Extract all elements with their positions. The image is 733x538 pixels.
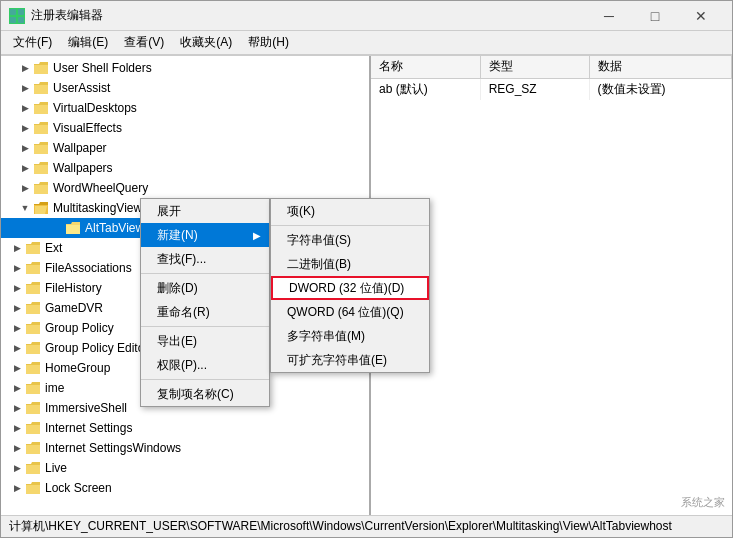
folder-icon: [25, 340, 41, 356]
folder-icon: [25, 260, 41, 276]
folder-icon: [33, 180, 49, 196]
tree-item-label: WordWheelQuery: [53, 181, 148, 195]
ctx-export[interactable]: 导出(E): [141, 329, 269, 353]
ctx-copy-name[interactable]: 复制项名称(C): [141, 382, 269, 406]
folder-icon: [25, 400, 41, 416]
menu-favorites[interactable]: 收藏夹(A): [172, 32, 240, 53]
tree-item-label: HomeGroup: [45, 361, 110, 375]
tree-item-label: Group Policy Editor: [45, 341, 148, 355]
folder-icon: [65, 220, 81, 236]
folder-icon: [33, 160, 49, 176]
tree-item-label: Lock Screen: [45, 481, 112, 495]
tree-item-label: FileAssociations: [45, 261, 132, 275]
tree-item-wallpapers[interactable]: ▶ Wallpapers: [1, 158, 369, 178]
folder-icon: [25, 420, 41, 436]
window-controls: ─ □ ✕: [586, 1, 724, 31]
svg-rect-3: [18, 17, 24, 23]
registry-data: (数值未设置): [589, 78, 731, 100]
tree-item-wordwheelquery[interactable]: ▶ WordWheelQuery: [1, 178, 369, 198]
registry-table: 名称 类型 数据 ab (默认) REG_SZ (数值未设置): [371, 56, 732, 100]
context-menu[interactable]: 展开 新建(N) ▶ 查找(F)... 删除(D) 重命名(R) 导出(E) 权…: [140, 198, 270, 407]
folder-icon: [25, 460, 41, 476]
sub-context-menu[interactable]: 项(K) 字符串值(S) 二进制值(B) DWORD (32 位值)(D) QW…: [270, 198, 430, 373]
tree-item-label: Internet Settings: [45, 421, 132, 435]
tree-item-label: MultitaskingView: [53, 201, 142, 215]
title-bar: 注册表编辑器 ─ □ ✕: [1, 1, 732, 31]
svg-rect-1: [18, 9, 24, 15]
tree-item-internet-settings-windows[interactable]: ▶ Internet SettingsWindows: [1, 438, 369, 458]
tree-item-label: Wallpaper: [53, 141, 107, 155]
ctx-separator-3: [141, 379, 269, 380]
menu-file[interactable]: 文件(F): [5, 32, 60, 53]
ctx-permissions[interactable]: 权限(P)...: [141, 353, 269, 377]
folder-icon: [33, 100, 49, 116]
sub-ctx-expandstring[interactable]: 可扩充字符串值(E): [271, 348, 429, 372]
tree-item-internet-settings[interactable]: ▶ Internet Settings: [1, 418, 369, 438]
tree-item-virtualdesktops[interactable]: ▶ VirtualDesktops: [1, 98, 369, 118]
tree-item-userassist[interactable]: ▶ UserAssist: [1, 78, 369, 98]
menu-edit[interactable]: 编辑(E): [60, 32, 116, 53]
tree-item-user-shell-folders[interactable]: ▶ User Shell Folders: [1, 58, 369, 78]
tree-item-label: UserAssist: [53, 81, 110, 95]
col-header-name: 名称: [371, 56, 480, 78]
folder-icon: [33, 80, 49, 96]
menu-help[interactable]: 帮助(H): [240, 32, 297, 53]
folder-icon: [25, 480, 41, 496]
ctx-expand[interactable]: 展开: [141, 199, 269, 223]
ctx-rename[interactable]: 重命名(R): [141, 300, 269, 324]
folder-icon: [25, 280, 41, 296]
col-header-type: 类型: [480, 56, 589, 78]
status-text: 计算机\HKEY_CURRENT_USER\SOFTWARE\Microsoft…: [9, 518, 672, 535]
tree-item-label: GameDVR: [45, 301, 103, 315]
tree-item-label: VisualEffects: [53, 121, 122, 135]
sub-ctx-multistring[interactable]: 多字符串值(M): [271, 324, 429, 348]
sub-ctx-string[interactable]: 字符串值(S): [271, 228, 429, 252]
folder-icon: [33, 120, 49, 136]
folder-open-icon: [33, 200, 49, 216]
svg-rect-0: [10, 9, 16, 15]
sub-ctx-binary[interactable]: 二进制值(B): [271, 252, 429, 276]
menu-view[interactable]: 查看(V): [116, 32, 172, 53]
folder-icon: [33, 140, 49, 156]
ctx-delete[interactable]: 删除(D): [141, 276, 269, 300]
tree-item-label: ImmersiveShell: [45, 401, 127, 415]
folder-icon: [25, 300, 41, 316]
tree-item-lock-screen[interactable]: ▶ Lock Screen: [1, 478, 369, 498]
tree-item-live[interactable]: ▶ Live: [1, 458, 369, 478]
tree-item-label: Wallpapers: [53, 161, 113, 175]
ctx-find[interactable]: 查找(F)...: [141, 247, 269, 271]
sub-ctx-separator-1: [271, 225, 429, 226]
col-header-data: 数据: [589, 56, 731, 78]
status-bar: 计算机\HKEY_CURRENT_USER\SOFTWARE\Microsoft…: [1, 515, 732, 537]
sub-ctx-qword[interactable]: QWORD (64 位值)(Q): [271, 300, 429, 324]
registry-type: REG_SZ: [480, 78, 589, 100]
ctx-separator-1: [141, 273, 269, 274]
tree-item-label: User Shell Folders: [53, 61, 152, 75]
registry-name: ab (默认): [371, 78, 480, 100]
tree-item-label: Group Policy: [45, 321, 114, 335]
window-title: 注册表编辑器: [31, 7, 586, 24]
tree-item-label: ime: [45, 381, 64, 395]
folder-icon: [25, 360, 41, 376]
app-icon: [9, 8, 25, 24]
minimize-button[interactable]: ─: [586, 1, 632, 31]
ctx-arrow-icon: ▶: [253, 230, 261, 241]
maximize-button[interactable]: □: [632, 1, 678, 31]
close-button[interactable]: ✕: [678, 1, 724, 31]
watermark: 系统之家: [681, 495, 725, 510]
svg-rect-2: [10, 17, 16, 23]
tree-item-label: Live: [45, 461, 67, 475]
folder-icon: [33, 60, 49, 76]
ctx-separator-2: [141, 326, 269, 327]
tree-item-visualeffects[interactable]: ▶ VisualEffects: [1, 118, 369, 138]
tree-item-wallpaper[interactable]: ▶ Wallpaper: [1, 138, 369, 158]
tree-item-label: VirtualDesktops: [53, 101, 137, 115]
ctx-new[interactable]: 新建(N) ▶: [141, 223, 269, 247]
folder-icon: [25, 240, 41, 256]
table-row[interactable]: ab (默认) REG_SZ (数值未设置): [371, 78, 732, 100]
sub-ctx-key[interactable]: 项(K): [271, 199, 429, 223]
tree-item-label: FileHistory: [45, 281, 102, 295]
folder-icon: [25, 380, 41, 396]
folder-icon: [25, 440, 41, 456]
sub-ctx-dword[interactable]: DWORD (32 位值)(D): [271, 276, 429, 300]
